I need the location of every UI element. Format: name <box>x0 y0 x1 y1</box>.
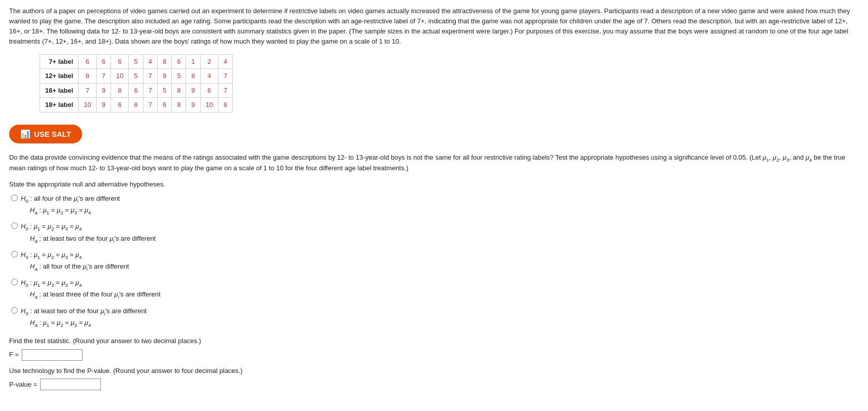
use-salt-label: USE SALT <box>34 130 71 138</box>
table-data-cell: 7 <box>79 83 96 98</box>
table-data-cell: 10 <box>111 69 129 84</box>
table-data-cell: 6 <box>200 83 218 98</box>
table-data-cell: 2 <box>200 54 218 69</box>
table-label-cell: 7+ label <box>40 54 79 69</box>
ha-3: Ha : all four of the μi's are different <box>21 261 129 273</box>
table-data-cell: 4 <box>143 54 157 69</box>
hypothesis-radio-1[interactable] <box>11 195 18 201</box>
hypothesis-option-2: H0 : μ1 = μ2 = μ3 = μ4 Ha : at least two… <box>9 221 859 244</box>
table-data-cell: 6 <box>111 98 129 113</box>
data-table: 7+ label666548612412+ label8710579584716… <box>40 54 233 113</box>
ha-1: Ha : μ1 = μ2 = μ3 = μ4 <box>21 205 120 216</box>
table-data-cell: 6 <box>96 54 111 69</box>
table-data-cell: 8 <box>172 83 186 98</box>
table-row: 16+ label7986758967 <box>40 83 233 98</box>
table-label-cell: 12+ label <box>40 69 79 84</box>
p-value-input[interactable] <box>40 379 101 390</box>
table-data-cell: 9 <box>186 83 200 98</box>
hypothesis-option-4: H0 : μ1 = μ2 = μ3 = μ4 Ha : at least thr… <box>9 278 859 301</box>
h0-2: H0 : μ1 = μ2 = μ3 = μ4 <box>21 221 156 233</box>
table-data-cell: 6 <box>111 54 129 69</box>
find-test-stat-section: Find the test statistic. (Round your ans… <box>9 336 859 361</box>
use-salt-button[interactable]: 📊 USE SALT <box>9 125 82 143</box>
h0-3: H0 : μ1 = μ2 = μ3 = μ4 <box>21 250 129 261</box>
table-data-cell: 7 <box>219 69 233 84</box>
p-value-section: Use technology to find the P-value. (Rou… <box>9 366 859 391</box>
h0-5: H0 : at least two of the four μi's are d… <box>21 306 147 317</box>
table-data-cell: 8 <box>111 83 129 98</box>
table-data-cell: 4 <box>200 69 218 84</box>
table-data-cell: 7 <box>143 98 157 113</box>
table-data-cell: 5 <box>172 69 186 84</box>
table-row: 18+ label109687689108 <box>40 98 233 113</box>
hypotheses-section-label: State the appropriate null and alternati… <box>9 179 859 190</box>
question-paragraph: Do the data provide convincing evidence … <box>9 153 859 174</box>
table-data-cell: 7 <box>143 83 157 98</box>
table-data-cell: 4 <box>219 54 233 69</box>
table-data-cell: 6 <box>157 98 171 113</box>
f-label: F = <box>9 350 19 360</box>
table-data-cell: 7 <box>96 69 111 84</box>
hypothesis-option-1: H0 : all four of the μi's are different … <box>9 194 859 216</box>
hypothesis-radio-3[interactable] <box>11 251 18 257</box>
table-data-cell: 8 <box>129 98 143 113</box>
table-data-cell: 5 <box>129 69 143 84</box>
table-data-cell: 7 <box>143 69 157 84</box>
hypotheses-options: H0 : all four of the μi's are different … <box>9 194 859 329</box>
hypothesis-radio-2[interactable] <box>11 222 18 229</box>
hypothesis-radio-4[interactable] <box>11 279 18 285</box>
table-data-cell: 5 <box>129 54 143 69</box>
table-data-cell: 9 <box>157 69 171 84</box>
pv-label: P-value = <box>9 380 37 390</box>
f-input[interactable] <box>22 349 83 361</box>
intro-paragraph: The authors of a paper on perceptions of… <box>9 6 859 47</box>
table-row: 12+ label87105795847 <box>40 69 233 84</box>
h0-4: H0 : μ1 = μ2 = μ3 = μ4 <box>21 278 161 289</box>
table-data-cell: 9 <box>96 83 111 98</box>
table-data-cell: 1 <box>186 54 200 69</box>
table-row: 7+ label6665486124 <box>40 54 233 69</box>
table-data-cell: 8 <box>186 69 200 84</box>
find-test-stat-label: Find the test statistic. (Round your ans… <box>9 336 859 346</box>
table-data-cell: 10 <box>79 98 96 113</box>
table-data-cell: 6 <box>172 54 186 69</box>
table-data-cell: 9 <box>96 98 111 113</box>
table-data-cell: 9 <box>186 98 200 113</box>
table-data-cell: 6 <box>129 83 143 98</box>
h0-1: H0 : all four of the μi's are different <box>21 194 120 205</box>
salt-icon: 📊 <box>20 129 30 139</box>
table-data-cell: 8 <box>219 98 233 113</box>
table-data-cell: 5 <box>157 83 171 98</box>
ha-2: Ha : at least two of the four μi's are d… <box>21 234 156 245</box>
p-value-label: Use technology to find the P-value. (Rou… <box>9 366 859 376</box>
ha-5: Ha : μ1 = μ2 = μ3 = μ4 <box>21 318 147 329</box>
table-data-cell: 6 <box>79 54 96 69</box>
table-data-cell: 7 <box>219 83 233 98</box>
table-label-cell: 18+ label <box>40 98 79 113</box>
table-data-cell: 8 <box>79 69 96 84</box>
hypothesis-radio-5[interactable] <box>11 307 18 314</box>
table-data-cell: 8 <box>157 54 171 69</box>
hypothesis-option-5: H0 : at least two of the four μi's are d… <box>9 306 859 329</box>
ha-4: Ha : at least three of the four μi's are… <box>21 289 161 301</box>
table-label-cell: 16+ label <box>40 83 79 98</box>
table-data-cell: 8 <box>172 98 186 113</box>
table-data-cell: 10 <box>200 98 218 113</box>
hypothesis-option-3: H0 : μ1 = μ2 = μ3 = μ4 Ha : all four of … <box>9 250 859 273</box>
